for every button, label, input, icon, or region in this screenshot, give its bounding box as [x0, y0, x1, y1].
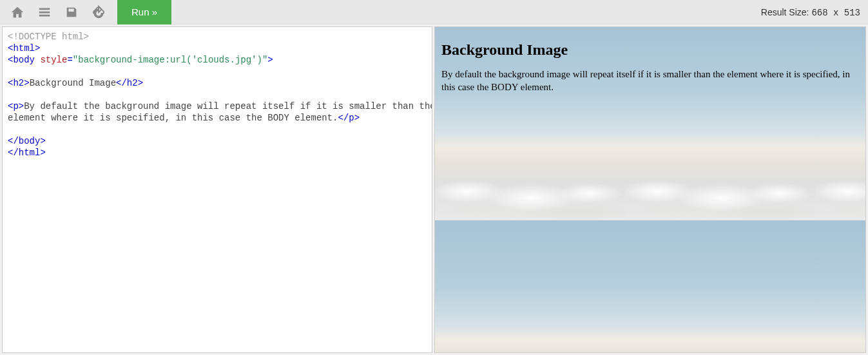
- result-size-label: Result Size:: [761, 7, 809, 17]
- preview-heading: Background Image: [441, 41, 859, 59]
- run-button[interactable]: Run »: [117, 0, 171, 24]
- rotate-icon[interactable]: [85, 0, 112, 24]
- result-size-value: 668 x 513: [811, 8, 860, 18]
- menu-icon[interactable]: [31, 0, 58, 24]
- main-panes: <!DOCTYPE html> <html> <body style="back…: [0, 24, 868, 355]
- code-editor[interactable]: <!DOCTYPE html> <html> <body style="back…: [2, 26, 432, 353]
- save-icon[interactable]: [58, 0, 85, 24]
- result-size: Result Size: 668 x 513: [761, 0, 860, 25]
- toolbar: Run » Result Size: 668 x 513: [0, 0, 868, 24]
- preview-paragraph: By default the background image will rep…: [441, 68, 859, 94]
- home-icon[interactable]: [4, 0, 31, 24]
- preview-pane: Background Image By default the backgrou…: [434, 26, 866, 353]
- preview-content: Background Image By default the backgrou…: [435, 27, 865, 99]
